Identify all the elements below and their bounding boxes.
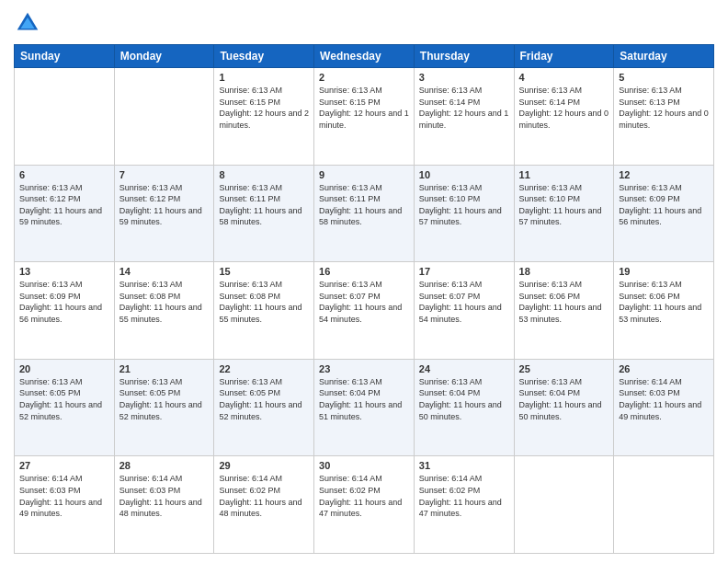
day-number: 18: [519, 266, 609, 277]
calendar-cell: 26Sunrise: 6:14 AMSunset: 6:03 PMDayligh…: [614, 359, 714, 456]
calendar-cell: [15, 68, 115, 166]
day-number: 16: [319, 266, 409, 277]
calendar-cell: 14Sunrise: 6:13 AMSunset: 6:08 PMDayligh…: [114, 262, 214, 360]
calendar-cell: 20Sunrise: 6:13 AMSunset: 6:05 PMDayligh…: [15, 359, 115, 456]
calendar-cell: 9Sunrise: 6:13 AMSunset: 6:11 PMDaylight…: [314, 165, 415, 262]
day-info: Sunrise: 6:13 AMSunset: 6:12 PMDaylight:…: [119, 182, 210, 228]
day-number: 22: [219, 363, 309, 374]
calendar-cell: 2Sunrise: 6:13 AMSunset: 6:15 PMDaylight…: [314, 68, 415, 166]
logo: [14, 9, 45, 37]
day-info: Sunrise: 6:13 AMSunset: 6:15 PMDaylight:…: [319, 85, 409, 131]
calendar-cell: 18Sunrise: 6:13 AMSunset: 6:06 PMDayligh…: [514, 262, 614, 360]
day-number: 17: [419, 266, 509, 277]
day-header-friday: Friday: [514, 45, 614, 68]
calendar-cell: 23Sunrise: 6:13 AMSunset: 6:04 PMDayligh…: [314, 359, 415, 456]
logo-icon: [14, 9, 41, 37]
day-number: 12: [619, 169, 709, 180]
day-info: Sunrise: 6:13 AMSunset: 6:05 PMDaylight:…: [119, 376, 210, 422]
calendar-cell: 27Sunrise: 6:14 AMSunset: 6:03 PMDayligh…: [15, 456, 115, 554]
day-number: 1: [219, 72, 309, 83]
calendar-cell: 19Sunrise: 6:13 AMSunset: 6:06 PMDayligh…: [614, 262, 714, 360]
day-info: Sunrise: 6:14 AMSunset: 6:03 PMDaylight:…: [19, 473, 109, 519]
day-info: Sunrise: 6:14 AMSunset: 6:03 PMDaylight:…: [119, 473, 210, 519]
day-info: Sunrise: 6:13 AMSunset: 6:13 PMDaylight:…: [619, 85, 709, 131]
day-info: Sunrise: 6:13 AMSunset: 6:11 PMDaylight:…: [219, 182, 309, 228]
day-info: Sunrise: 6:13 AMSunset: 6:09 PMDaylight:…: [19, 279, 109, 325]
day-info: Sunrise: 6:14 AMSunset: 6:02 PMDaylight:…: [419, 473, 509, 519]
day-info: Sunrise: 6:13 AMSunset: 6:07 PMDaylight:…: [319, 279, 409, 325]
day-number: 10: [419, 169, 509, 180]
day-info: Sunrise: 6:13 AMSunset: 6:04 PMDaylight:…: [319, 376, 409, 422]
day-number: 27: [19, 460, 109, 471]
day-header-tuesday: Tuesday: [214, 45, 314, 68]
day-number: 25: [519, 363, 609, 374]
calendar-cell: 3Sunrise: 6:13 AMSunset: 6:14 PMDaylight…: [414, 68, 514, 166]
day-number: 13: [19, 266, 109, 277]
day-number: 21: [119, 363, 210, 374]
day-number: 20: [19, 363, 109, 374]
calendar-table: SundayMondayTuesdayWednesdayThursdayFrid…: [14, 44, 714, 554]
day-info: Sunrise: 6:13 AMSunset: 6:11 PMDaylight:…: [319, 182, 409, 228]
day-info: Sunrise: 6:14 AMSunset: 6:03 PMDaylight:…: [619, 376, 709, 422]
day-info: Sunrise: 6:13 AMSunset: 6:08 PMDaylight:…: [219, 279, 309, 325]
header: [14, 9, 714, 37]
calendar-cell: 16Sunrise: 6:13 AMSunset: 6:07 PMDayligh…: [314, 262, 415, 360]
day-number: 5: [619, 72, 709, 83]
day-info: Sunrise: 6:13 AMSunset: 6:09 PMDaylight:…: [619, 182, 709, 228]
day-number: 11: [519, 169, 609, 180]
day-number: 8: [219, 169, 309, 180]
calendar-cell: 29Sunrise: 6:14 AMSunset: 6:02 PMDayligh…: [214, 456, 314, 554]
day-number: 2: [319, 72, 409, 83]
day-info: Sunrise: 6:13 AMSunset: 6:07 PMDaylight:…: [419, 279, 509, 325]
day-number: 14: [119, 266, 210, 277]
day-number: 29: [219, 460, 309, 471]
day-info: Sunrise: 6:13 AMSunset: 6:08 PMDaylight:…: [119, 279, 210, 325]
day-info: Sunrise: 6:13 AMSunset: 6:15 PMDaylight:…: [219, 85, 309, 131]
calendar-cell: [114, 68, 214, 166]
day-info: Sunrise: 6:14 AMSunset: 6:02 PMDaylight:…: [319, 473, 409, 519]
calendar-cell: 22Sunrise: 6:13 AMSunset: 6:05 PMDayligh…: [214, 359, 314, 456]
day-number: 31: [419, 460, 509, 471]
calendar-cell: 13Sunrise: 6:13 AMSunset: 6:09 PMDayligh…: [15, 262, 115, 360]
calendar-header-row: SundayMondayTuesdayWednesdayThursdayFrid…: [15, 45, 714, 68]
calendar-cell: 5Sunrise: 6:13 AMSunset: 6:13 PMDaylight…: [614, 68, 714, 166]
day-header-wednesday: Wednesday: [314, 45, 415, 68]
calendar-cell: 17Sunrise: 6:13 AMSunset: 6:07 PMDayligh…: [414, 262, 514, 360]
calendar-cell: [514, 456, 614, 554]
calendar-cell: 30Sunrise: 6:14 AMSunset: 6:02 PMDayligh…: [314, 456, 415, 554]
day-number: 19: [619, 266, 709, 277]
day-number: 23: [319, 363, 409, 374]
day-info: Sunrise: 6:13 AMSunset: 6:10 PMDaylight:…: [519, 182, 609, 228]
calendar-cell: 15Sunrise: 6:13 AMSunset: 6:08 PMDayligh…: [214, 262, 314, 360]
calendar-cell: [614, 456, 714, 554]
day-info: Sunrise: 6:14 AMSunset: 6:02 PMDaylight:…: [219, 473, 309, 519]
calendar-cell: 10Sunrise: 6:13 AMSunset: 6:10 PMDayligh…: [414, 165, 514, 262]
calendar-cell: 11Sunrise: 6:13 AMSunset: 6:10 PMDayligh…: [514, 165, 614, 262]
day-info: Sunrise: 6:13 AMSunset: 6:05 PMDaylight:…: [219, 376, 309, 422]
day-number: 4: [519, 72, 609, 83]
day-info: Sunrise: 6:13 AMSunset: 6:06 PMDaylight:…: [619, 279, 709, 325]
calendar-week-5: 27Sunrise: 6:14 AMSunset: 6:03 PMDayligh…: [15, 456, 714, 554]
day-number: 30: [319, 460, 409, 471]
day-info: Sunrise: 6:13 AMSunset: 6:04 PMDaylight:…: [519, 376, 609, 422]
calendar-cell: 28Sunrise: 6:14 AMSunset: 6:03 PMDayligh…: [114, 456, 214, 554]
calendar-cell: 25Sunrise: 6:13 AMSunset: 6:04 PMDayligh…: [514, 359, 614, 456]
day-number: 7: [119, 169, 210, 180]
day-number: 24: [419, 363, 509, 374]
calendar-cell: 4Sunrise: 6:13 AMSunset: 6:14 PMDaylight…: [514, 68, 614, 166]
day-info: Sunrise: 6:13 AMSunset: 6:14 PMDaylight:…: [519, 85, 609, 131]
calendar-cell: 12Sunrise: 6:13 AMSunset: 6:09 PMDayligh…: [614, 165, 714, 262]
day-header-saturday: Saturday: [614, 45, 714, 68]
day-info: Sunrise: 6:13 AMSunset: 6:10 PMDaylight:…: [419, 182, 509, 228]
day-info: Sunrise: 6:13 AMSunset: 6:05 PMDaylight:…: [19, 376, 109, 422]
day-header-sunday: Sunday: [15, 45, 115, 68]
calendar-week-2: 6Sunrise: 6:13 AMSunset: 6:12 PMDaylight…: [15, 165, 714, 262]
calendar-week-3: 13Sunrise: 6:13 AMSunset: 6:09 PMDayligh…: [15, 262, 714, 360]
page: SundayMondayTuesdayWednesdayThursdayFrid…: [0, 0, 728, 563]
day-number: 6: [19, 169, 109, 180]
day-number: 28: [119, 460, 210, 471]
day-info: Sunrise: 6:13 AMSunset: 6:14 PMDaylight:…: [419, 85, 509, 131]
day-info: Sunrise: 6:13 AMSunset: 6:04 PMDaylight:…: [419, 376, 509, 422]
calendar-week-4: 20Sunrise: 6:13 AMSunset: 6:05 PMDayligh…: [15, 359, 714, 456]
day-number: 26: [619, 363, 709, 374]
